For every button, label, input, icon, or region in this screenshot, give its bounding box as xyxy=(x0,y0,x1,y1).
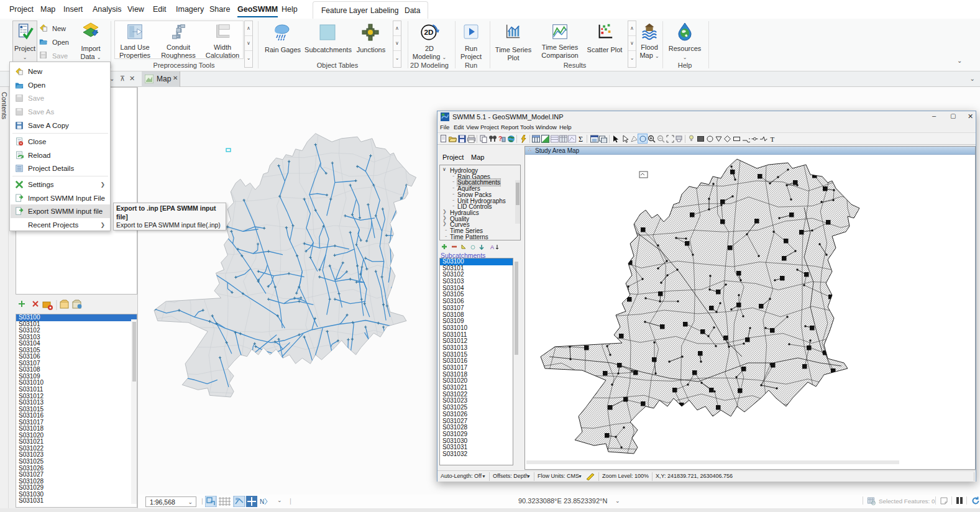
svg-text:A: A xyxy=(490,244,494,250)
svg-text:T: T xyxy=(771,135,775,143)
svg-text:N: N xyxy=(260,498,264,505)
svg-text:?: ? xyxy=(498,135,502,142)
svg-text:Σ: Σ xyxy=(579,135,583,143)
svg-text:2D: 2D xyxy=(424,28,433,36)
